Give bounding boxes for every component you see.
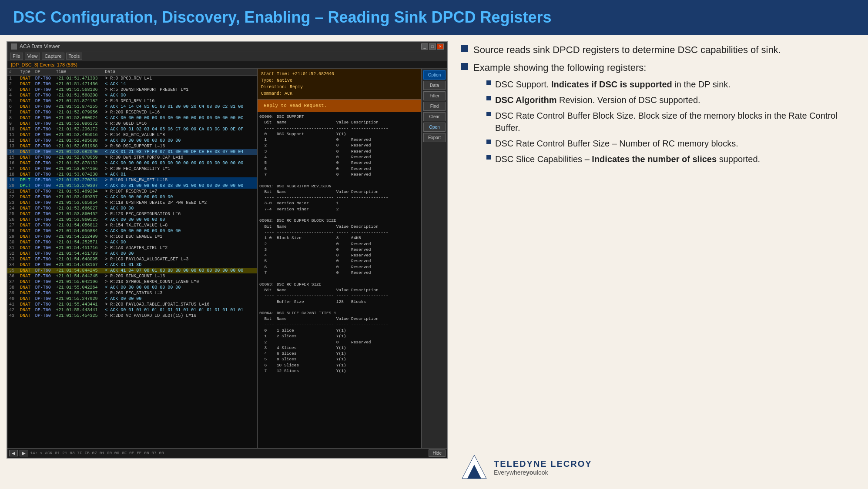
table-row[interactable]: 8 DNAT DP-T60 +21:01:52.080024 < ACK 00 … (7, 115, 257, 121)
cell-dp: DP-T60 (34, 234, 54, 240)
table-row[interactable]: 31 DNAT DP-T60 +21:01:54.451716 > R:1A0 … (7, 245, 257, 251)
table-row[interactable]: 21 DNAT DP-T60 +21:01:53.469284 > R:10F … (7, 189, 257, 194)
table-row[interactable]: 18 DNAT DP-T60 +21:01:53.074238 < ACK 01 (7, 172, 257, 177)
table-row[interactable]: 32 DNAT DP-T60 +21:01:54.451783 < ACK 00… (7, 251, 257, 256)
table-row[interactable]: 41 DNAT DP-T60 +21:01:55.443441 > R:2C0 … (7, 302, 257, 307)
cell-dp: DP-T60 (34, 183, 54, 189)
cell-data: < ACK 00 01 01 01 01 01 01 01 01 01 01 0… (103, 307, 257, 313)
table-row[interactable]: 14 DNAT DP-T60 +21:01:52.682040 < ACK 01… (7, 149, 257, 155)
table-row[interactable]: 24 DNAT DP-T60 +21:01:53.666027 < ACK 00… (7, 206, 257, 211)
table-row[interactable]: 36 DNAT DP-T60 +21:01:54.844245 > R:200 … (7, 273, 257, 279)
event-list[interactable]: # Type DP Time Data 1 DNAT DP-T60 +21:01… (7, 69, 258, 448)
cell-type: DNAT (18, 206, 34, 211)
cell-type: DNAT (18, 121, 34, 126)
aca-titlebar-left: ACA Data Viewer (11, 43, 60, 50)
toolbar-view[interactable]: View (25, 53, 40, 60)
table-row[interactable]: 39 DNAT DP-T60 +21:01:55.247857 > R:260 … (7, 290, 257, 296)
cell-dp: DP-T60 (34, 98, 54, 104)
table-row[interactable]: 3 DNAT DP-T60 +21:01:51.568136 > R:5 DOW… (7, 87, 257, 93)
bullet-text-1: Source reads sink DPCD registers to dete… (473, 43, 781, 57)
cell-dp: DP-T60 (34, 81, 54, 87)
toolbar-file[interactable]: File (10, 53, 23, 60)
nav-back-button[interactable]: ◀ (9, 450, 18, 456)
table-row[interactable]: 20 DPLT DP-T60 +21:01:53.270307 < ACK 06… (7, 183, 257, 189)
cell-data: < ACK 00 00 00 00 00 00 00 00 00 00 00 0… (103, 160, 257, 166)
cell-type: DNAT (18, 302, 34, 307)
export-button[interactable]: Export (423, 133, 446, 142)
detail-header: Start Time: +21:01:52.682040 Type: Nativ… (258, 69, 421, 100)
find-button[interactable]: Find (423, 102, 446, 111)
table-row[interactable]: 19 DPLT DP-T60 +21:01:53.270234 > R:100 … (7, 177, 257, 183)
table-row[interactable]: 2 DNAT DP-T60 +21:01:51.471456 < ACK 14 (7, 81, 257, 87)
table-row[interactable]: 25 DNAT DP-T60 +21:01:53.860452 > R:120 … (7, 211, 257, 217)
table-row[interactable]: 26 DNAT DP-T60 +21:01:53.960525 < ACK 00… (7, 217, 257, 223)
cell-time: +21:01:54.252571 (54, 240, 103, 245)
toolbar-tools[interactable]: Tools (66, 53, 83, 60)
table-row[interactable]: 15 DNAT DP-T60 +21:01:52.878059 > R:80 D… (7, 155, 257, 160)
hide-button[interactable]: Hide (429, 449, 446, 457)
cell-data: < ACK 00 (103, 93, 257, 98)
table-row[interactable]: 6 DNAT DP-T60 +21:01:51.874255 < ACK 14 … (7, 104, 257, 110)
table-row[interactable]: 42 DNAT DP-T60 +21:01:55.443441 < ACK 00… (7, 307, 257, 313)
cell-num: 1 (7, 76, 18, 82)
cell-type: DNAT (18, 240, 34, 245)
table-row[interactable]: 35 DNAT DP-T60 +21:01:54.844245 < ACK 41… (7, 268, 257, 273)
cell-dp: DP-T60 (34, 121, 54, 126)
table-row[interactable]: 12 DNAT DP-T60 +21:01:52.485088 < ACK 00… (7, 138, 257, 143)
open-button[interactable]: Open (423, 123, 446, 132)
table-row[interactable]: 10 DNAT DP-T60 +21:01:52.206172 < ACK 00… (7, 126, 257, 132)
cell-data: < ACK 00 00 00 00 00 00 00 (103, 194, 257, 200)
cell-data: > R:80 DWN_STRM_PORT0_CAP L=16 (103, 155, 257, 160)
table-row[interactable]: 29 DNAT DP-T60 +21:01:54.252499 > R:160 … (7, 234, 257, 240)
clear-button[interactable]: Clear (423, 112, 446, 121)
cell-dp: DP-T60 (34, 262, 54, 268)
table-row[interactable]: 43 DNAT DP-T60 +21:01:55.454325 > R:2D0 … (7, 313, 257, 319)
table-row[interactable]: 28 DNAT DP-T60 +21:01:54.056884 < ACK 00… (7, 228, 257, 234)
cell-num: 31 (7, 245, 18, 251)
cell-data: > R:30 GUID L=16 (103, 121, 257, 126)
cell-type: DNAT (18, 273, 34, 279)
table-row[interactable]: 4 DNAT DP-T60 +21:01:51.568208 < ACK 00 (7, 93, 257, 98)
table-row[interactable]: 9 DNAT DP-T60 +21:01:52.086172 > R:30 GU… (7, 121, 257, 126)
table-row[interactable]: 17 DNAT DP-T60 +21:01:53.074166 > R:90 F… (7, 166, 257, 172)
page-header: DSC Configuration, Discovery, Enabling –… (0, 0, 868, 35)
nav-play-button[interactable]: ▶ (20, 450, 28, 456)
minimize-button[interactable]: _ (421, 43, 428, 50)
close-button[interactable]: ✕ (437, 43, 444, 50)
toolbar-capture[interactable]: Capture (42, 53, 64, 60)
cell-num: 5 (7, 98, 18, 104)
table-row[interactable]: 27 DNAT DP-T60 +21:01:54.056812 > R:154 … (7, 223, 257, 228)
cell-num: 22 (7, 194, 18, 200)
table-row[interactable]: 30 DNAT DP-T60 +21:01:54.252571 < ACK 00 (7, 240, 257, 245)
table-row[interactable]: 33 DNAT DP-T60 +21:01:54.648095 > R:1C0 … (7, 256, 257, 262)
main-bullet-2: Example showing the following registers:… (461, 61, 855, 165)
cell-num: 9 (7, 121, 18, 126)
data-button[interactable]: Data (423, 81, 446, 90)
table-row[interactable]: 40 DNAT DP-T60 +21:01:55.247929 < ACK 00… (7, 296, 257, 302)
table-row[interactable]: 38 DNAT DP-T60 +21:01:55.042264 < ACK 00… (7, 285, 257, 290)
table-row[interactable]: 37 DNAT DP-T60 +21:01:55.042196 > R:210 … (7, 279, 257, 285)
cell-dp: DP-T60 (34, 155, 54, 160)
window-controls[interactable]: _ □ ✕ (421, 43, 444, 50)
table-row[interactable]: 7 DNAT DP-T60 +21:01:52.079956 > R:200 R… (7, 110, 257, 115)
cell-dp: DP-T60 (34, 93, 54, 98)
cell-type: DNAT (18, 189, 34, 194)
table-row[interactable]: 16 DNAT DP-T60 +21:01:52.878132 < ACK 00… (7, 160, 257, 166)
table-row[interactable]: 13 DNAT DP-T60 +21:01:52.681968 > R:60 D… (7, 143, 257, 149)
table-row[interactable]: 11 DNAT DP-T60 +21:01:52.485016 > R:54 E… (7, 132, 257, 138)
bullet-square-1 (461, 45, 468, 52)
cell-time: +21:01:52.080024 (54, 115, 103, 121)
option-button[interactable]: Option (423, 70, 446, 80)
table-row[interactable]: 1 DNAT DP-T60 +21:01:51.471383 > R:0 DPC… (7, 76, 257, 82)
cell-num: 27 (7, 223, 18, 228)
sub-bullet-text-2: DSC Algorithm Revision. Version of DSC s… (495, 94, 700, 106)
cell-data: > R:2D0 VC_PAYLOAD_ID_SLOT(15) L=16 (103, 313, 257, 319)
table-row[interactable]: 23 DNAT DP-T60 +21:01:53.665954 > R:118 … (7, 200, 257, 206)
detail-content[interactable]: 00060: DSC SUPPORT Bit Name Value Descri… (258, 112, 421, 448)
table-row[interactable]: 5 DNAT DP-T60 +21:01:51.874182 > R:0 DPC… (7, 98, 257, 104)
filter-button[interactable]: Filter (423, 91, 446, 100)
table-row[interactable]: 22 DNAT DP-T60 +21:01:53.469357 < ACK 00… (7, 194, 257, 200)
table-row[interactable]: 34 DNAT DP-T60 +21:01:54.648167 < ACK 01… (7, 262, 257, 268)
maximize-button[interactable]: □ (429, 43, 436, 50)
cell-type: DNAT (18, 223, 34, 228)
